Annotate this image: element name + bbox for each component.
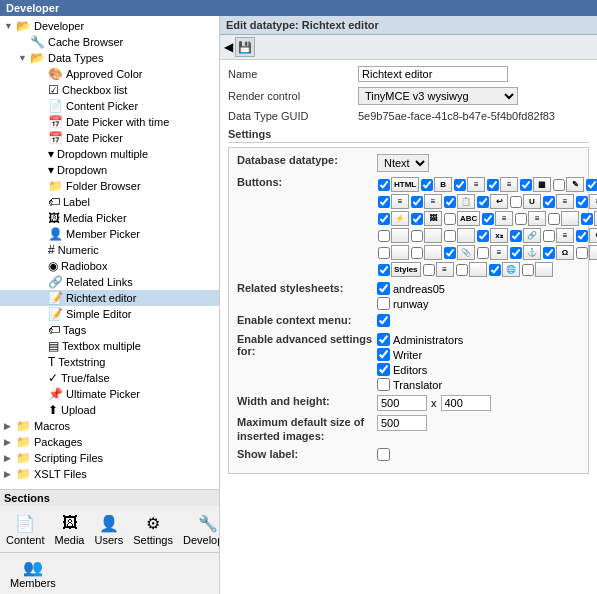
btn-cb-8[interactable] — [411, 196, 423, 208]
tree-item-member-picker[interactable]: 👤 Member Picker — [0, 226, 219, 242]
section-btn-settings[interactable]: ⚙ Settings — [129, 510, 177, 548]
btn-cb-18[interactable] — [515, 213, 527, 225]
tree-item-cache-browser[interactable]: 🔧 Cache Browser — [0, 34, 219, 50]
toolbar-btn-27[interactable]: ⚙ — [589, 228, 597, 243]
tree-item-upload[interactable]: ⬆ Upload — [0, 402, 219, 418]
tree-item-developer[interactable]: ▼ 📂 Developer — [0, 18, 219, 34]
db-datatype-select[interactable]: Ntext — [377, 154, 429, 172]
toolbar-btn-31[interactable]: ≡ — [490, 245, 508, 260]
tree-item-numeric[interactable]: # Numeric — [0, 242, 219, 258]
btn-cb-12[interactable] — [543, 196, 555, 208]
section-btn-content[interactable]: 📄 Content — [2, 510, 49, 548]
toolbar-btn-12[interactable]: ≡ — [556, 194, 574, 209]
toolbar-btn-35[interactable]: Styles — [391, 262, 421, 277]
toolbar-btn-34[interactable] — [589, 245, 597, 260]
toolbar-btn-32[interactable]: ⚓ — [523, 245, 541, 260]
tree-item-approved-color[interactable]: 🎨 Approved Color — [0, 66, 219, 82]
adv-editors-cb[interactable] — [377, 363, 390, 376]
tree-item-richtext-editor[interactable]: 📝 Richtext editor — [0, 290, 219, 306]
btn-cb-9[interactable] — [444, 196, 456, 208]
tree-item-date-picker-time[interactable]: 📅 Date Picker with time — [0, 114, 219, 130]
toolbar-btn-18[interactable]: ≡ — [528, 211, 546, 226]
toggle-developer[interactable]: ▼ — [4, 21, 16, 31]
toggle-packages[interactable]: ▶ — [4, 437, 16, 447]
tree-item-related-links[interactable]: 🔗 Related Links — [0, 274, 219, 290]
btn-cb-14[interactable] — [378, 213, 390, 225]
btn-cb-20[interactable] — [581, 213, 593, 225]
section-btn-developer[interactable]: 🔧 Developer — [179, 510, 220, 548]
btn-cb-35[interactable] — [378, 264, 390, 276]
height-input[interactable] — [441, 395, 491, 411]
btn-cb-37[interactable] — [456, 264, 468, 276]
btn-cb-13[interactable] — [576, 196, 588, 208]
tree-item-xslt-files[interactable]: ▶ 📁 XSLT Files — [0, 466, 219, 482]
tree-item-dropdown-multiple[interactable]: ▾ Dropdown multiple — [0, 146, 219, 162]
adv-administrators-cb[interactable] — [377, 333, 390, 346]
toolbar-btn-22[interactable] — [424, 228, 442, 243]
btn-cb-24[interactable] — [477, 230, 489, 242]
toolbar-btn-4[interactable]: ▦ — [533, 177, 551, 192]
btn-cb-30[interactable] — [444, 247, 456, 259]
tree-item-tags[interactable]: 🏷 Tags — [0, 322, 219, 338]
toolbar-btn-7[interactable]: ≡ — [391, 194, 409, 209]
btn-cb-16[interactable] — [444, 213, 456, 225]
btn-cb-15[interactable] — [411, 213, 423, 225]
btn-cb-29[interactable] — [411, 247, 423, 259]
width-input[interactable] — [377, 395, 427, 411]
toolbar-btn-26[interactable]: ≡ — [556, 228, 574, 243]
btn-cb-21[interactable] — [378, 230, 390, 242]
btn-cb-11[interactable] — [510, 196, 522, 208]
btn-cb-38[interactable] — [489, 264, 501, 276]
toolbar-btn-3[interactable]: ≡ — [500, 177, 518, 192]
btn-cb-0[interactable] — [378, 179, 390, 191]
name-input[interactable] — [358, 66, 508, 82]
btn-cb-28[interactable] — [378, 247, 390, 259]
context-menu-cb[interactable] — [377, 314, 390, 327]
btn-cb-23[interactable] — [444, 230, 456, 242]
members-button[interactable]: 👥 Members — [6, 556, 60, 591]
toggle-scripting-files[interactable]: ▶ — [4, 453, 16, 463]
section-btn-users[interactable]: 👤 Users — [91, 510, 128, 548]
tree-item-data-types[interactable]: ▼ 📂 Data Types — [0, 50, 219, 66]
btn-cb-7[interactable] — [378, 196, 390, 208]
btn-cb-22[interactable] — [411, 230, 423, 242]
btn-cb-3[interactable] — [487, 179, 499, 191]
toolbar-btn-30[interactable]: 📎 — [457, 245, 475, 260]
toolbar-btn-13[interactable]: ≡ — [589, 194, 597, 209]
toolbar-btn-11[interactable]: U — [523, 194, 541, 209]
adv-translator-cb[interactable] — [377, 378, 390, 391]
btn-cb-32[interactable] — [510, 247, 522, 259]
tree-item-date-picker[interactable]: 📅 Date Picker — [0, 130, 219, 146]
toolbar-btn-25[interactable]: 🔗 — [523, 228, 541, 243]
toolbar-btn-16[interactable]: ABC — [457, 211, 480, 226]
btn-cb-39[interactable] — [522, 264, 534, 276]
tree-item-radiobox[interactable]: ◉ Radiobox — [0, 258, 219, 274]
toolbar-btn-33[interactable]: Ω — [556, 245, 574, 260]
toolbar-btn-2[interactable]: ≡ — [467, 177, 485, 192]
toolbar-btn-23[interactable] — [457, 228, 475, 243]
btn-cb-6[interactable] — [586, 179, 597, 191]
toggle-macros[interactable]: ▶ — [4, 421, 16, 431]
tree-item-macros[interactable]: ▶ 📁 Macros — [0, 418, 219, 434]
btn-cb-10[interactable] — [477, 196, 489, 208]
toolbar-btn-14[interactable]: ⚡ — [391, 211, 409, 226]
btn-cb-27[interactable] — [576, 230, 588, 242]
toolbar-btn-9[interactable]: 📋 — [457, 194, 475, 209]
toolbar-btn-24[interactable]: x₂ — [490, 228, 508, 243]
btn-cb-36[interactable] — [423, 264, 435, 276]
toolbar-btn-28[interactable] — [391, 245, 409, 260]
toolbar-btn-0[interactable]: HTML — [391, 177, 419, 192]
toolbar-btn-37[interactable] — [469, 262, 487, 277]
toolbar-btn-1[interactable]: B — [434, 177, 452, 192]
toolbar-btn-36[interactable]: ≡ — [436, 262, 454, 277]
toolbar-btn-15[interactable]: 🖼 — [424, 211, 442, 226]
btn-cb-25[interactable] — [510, 230, 522, 242]
max-size-input[interactable] — [377, 415, 427, 431]
tree-item-folder-browser[interactable]: 📁 Folder Browser — [0, 178, 219, 194]
tree-item-dropdown[interactable]: ▾ Dropdown — [0, 162, 219, 178]
tree-item-media-picker[interactable]: 🖼 Media Picker — [0, 210, 219, 226]
tree-item-packages[interactable]: ▶ 📁 Packages — [0, 434, 219, 450]
tree-item-label[interactable]: 🏷 Label — [0, 194, 219, 210]
section-btn-media[interactable]: 🖼 Media — [51, 510, 89, 548]
toolbar-btn-19[interactable] — [561, 211, 579, 226]
